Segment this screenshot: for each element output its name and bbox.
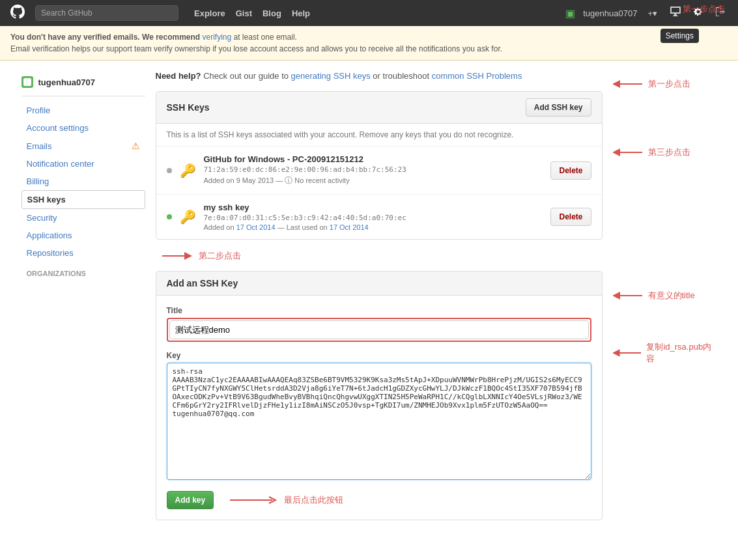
- add-ssh-key-section: Add an SSH Key Title Key ssh-rsa AAAAB3N…: [156, 271, 603, 520]
- key-note: 复制id_rsa.pub内容: [613, 341, 717, 365]
- sidebar-item-notification-center[interactable]: Notification center: [21, 155, 145, 173]
- notifications-button[interactable]: [668, 4, 683, 22]
- blog-link[interactable]: Blog: [263, 8, 281, 18]
- key1-info-icon: ⓘ: [285, 176, 292, 185]
- key1-name: GitHub for Windows - PC-200912151212: [204, 154, 543, 164]
- top-navigation: Explore Gist Blog Help ▣ tugenhua0707 +▾…: [0, 0, 738, 26]
- step2-annotation: 第二步点击: [156, 246, 603, 266]
- delete-key1-button[interactable]: Delete: [550, 161, 591, 180]
- key-label: Key: [167, 351, 591, 360]
- sidebar-item-repositories[interactable]: Repositories: [21, 244, 145, 262]
- key2-added-link[interactable]: 17 Oct 2014: [236, 223, 276, 231]
- ssh-keys-header: SSH Keys Add SSH key: [156, 92, 602, 124]
- key2-status-dot: [167, 214, 172, 219]
- sidebar-avatar: [21, 76, 33, 88]
- key2-used-link[interactable]: 17 Oct 2014: [330, 223, 369, 231]
- svg-rect-0: [23, 78, 31, 86]
- sidebar-item-emails[interactable]: Emails ⚠: [21, 137, 145, 155]
- sidebar-item-profile[interactable]: Profile: [21, 102, 145, 119]
- add-ssh-body: Title Key ssh-rsa AAAAB3NzaC1yc2EAAAABIw…: [156, 296, 602, 520]
- add-ssh-header: Add an SSH Key: [156, 272, 602, 296]
- title-form-group: Title: [167, 306, 591, 342]
- notification-banner: You don't have any verified emails. We r…: [0, 26, 738, 61]
- ssh-key-row-2: 🔑 my ssh key 7e:0a:07:d0:31:c5:5e:b3:c9:…: [156, 195, 602, 239]
- key2-details: my ssh key 7e:0a:07:d0:31:c5:5e:b3:c9:42…: [204, 203, 543, 231]
- key2-icon: 🔑: [180, 209, 196, 225]
- right-annotations: 第一步点击 第三步点击 有意义的title 复制id_rsa.pub内容: [613, 71, 717, 520]
- key1-details: GitHub for Windows - PC-200912151212 71:…: [204, 154, 543, 186]
- sidebar-item-billing[interactable]: Billing: [21, 173, 145, 190]
- key2-name: my ssh key: [204, 203, 543, 212]
- key2-fingerprint: 7e:0a:07:d0:31:c5:5e:b3:c9:42:a4:40:5d:a…: [204, 214, 543, 222]
- github-logo[interactable]: [10, 5, 25, 22]
- nav-links: Explore Gist Blog Help: [194, 8, 310, 18]
- sidebar-nav: Profile Account settings Emails ⚠ Notifi…: [21, 102, 145, 262]
- last-step-annotation: 最后点击此按钮: [227, 492, 343, 508]
- sidebar-item-applications[interactable]: Applications: [21, 227, 145, 244]
- step1-right-note: 第一步点击: [613, 77, 717, 91]
- emails-warning-icon: ⚠: [132, 141, 140, 151]
- sidebar-item-account-settings[interactable]: Account settings: [21, 119, 145, 137]
- ssh-keys-section: SSH Keys Add SSH key This is a list of S…: [156, 91, 603, 240]
- add-key-submit-button[interactable]: Add key: [167, 491, 214, 509]
- content-area: Need help? Check out our guide to genera…: [145, 71, 613, 520]
- generating-ssh-link[interactable]: generating SSH keys: [291, 71, 371, 81]
- main-layout: tugenhua0707 Profile Account settings Em…: [11, 61, 728, 531]
- key1-icon: 🔑: [180, 163, 196, 178]
- verify-link[interactable]: verifying: [203, 33, 232, 42]
- title-note: 有意义的title: [613, 289, 717, 302]
- plus-menu-button[interactable]: +▾: [645, 6, 660, 21]
- settings-tooltip: Settings: [660, 29, 699, 43]
- key2-meta: Added on 17 Oct 2014 — Last used on 17 O…: [204, 223, 543, 231]
- add-ssh-key-button[interactable]: Add SSH key: [526, 98, 591, 117]
- key1-fingerprint: 71:2a:59:e0:dc:86:e2:9e:00:96:ad:b4:bb:7…: [204, 165, 543, 174]
- key1-status-dot: [167, 168, 172, 173]
- sidebar-user-header: tugenhua0707: [21, 71, 145, 96]
- key-form-group: Key ssh-rsa AAAAB3NzaC1yc2EAAAABIwAAAQEA…: [167, 351, 591, 482]
- notification-bold: You don't have any verified emails. We r…: [10, 33, 203, 42]
- sidebar-item-ssh-keys[interactable]: SSH keys: [21, 190, 145, 209]
- ssh-key-row-1: 🔑 GitHub for Windows - PC-200912151212 7…: [156, 147, 602, 195]
- step1-annotation: 第一步点击: [683, 3, 725, 15]
- search-input[interactable]: [35, 5, 178, 21]
- explore-link[interactable]: Explore: [194, 8, 225, 18]
- add-key-button-row: Add key 最后点击此按钮: [167, 491, 591, 509]
- sidebar: tugenhua0707 Profile Account settings Em…: [21, 71, 145, 520]
- help-text: Need help? Check out our guide to genera…: [156, 71, 603, 81]
- nav-username: tugenhua0707: [583, 8, 637, 18]
- common-ssh-problems-link[interactable]: common SSH Problems: [432, 71, 522, 81]
- notification-detail: Email verification helps our support tea…: [10, 44, 502, 53]
- ssh-keys-title: SSH Keys: [167, 102, 210, 113]
- sidebar-username: tugenhua0707: [38, 77, 95, 87]
- title-input-wrapper: [167, 318, 591, 342]
- delete-key2-button[interactable]: Delete: [550, 208, 591, 226]
- sidebar-item-security[interactable]: Security: [21, 209, 145, 227]
- user-avatar-icon: ▣: [565, 7, 575, 20]
- key-textarea[interactable]: ssh-rsa AAAAB3NzaC1yc2EAAAABIwAAAQEAq83Z…: [167, 363, 591, 480]
- step3-right-note: 第三步点击: [613, 146, 717, 159]
- add-ssh-title: Add an SSH Key: [167, 278, 591, 288]
- title-input[interactable]: [169, 320, 589, 339]
- help-link[interactable]: Help: [292, 8, 310, 18]
- key1-meta: Added on 9 May 2013 — ⓘ No recent activi…: [204, 175, 543, 186]
- orgs-section-header: Organizations: [21, 262, 145, 280]
- title-label: Title: [167, 306, 591, 315]
- gist-link[interactable]: Gist: [236, 8, 252, 18]
- ssh-key-info-text: This is a list of SSH keys associated wi…: [156, 124, 602, 147]
